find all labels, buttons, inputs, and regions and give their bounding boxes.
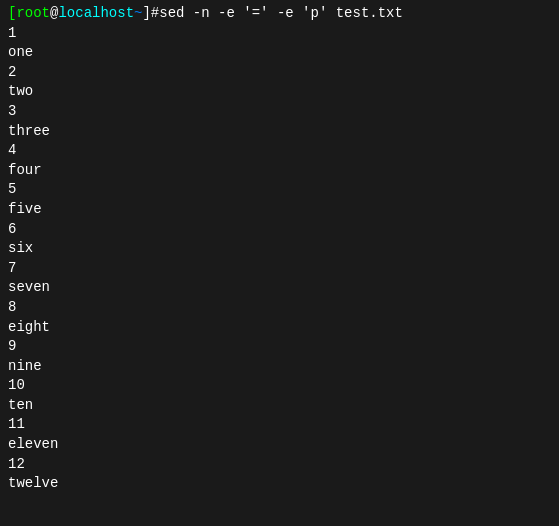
output-line: twelve [8,474,551,494]
output-line: ten [8,396,551,416]
prompt-user: [root [8,4,50,24]
prompt-at: @ [50,4,58,24]
output-line: one [8,43,551,63]
output-line: 11 [8,415,551,435]
command-prompt: [root@localhost ~]# sed -n -e '=' -e 'p'… [8,4,551,24]
prompt-hash: ]# [142,4,159,24]
prompt-host: localhost [58,4,134,24]
terminal-output: 1one2two3three4four5five6six7seven8eight… [8,24,551,494]
output-line: 3 [8,102,551,122]
output-line: 4 [8,141,551,161]
output-line: four [8,161,551,181]
output-line: 7 [8,259,551,279]
output-line: eight [8,318,551,338]
output-line: 2 [8,63,551,83]
output-line: seven [8,278,551,298]
terminal: [root@localhost ~]# sed -n -e '=' -e 'p'… [8,4,551,526]
output-line: 9 [8,337,551,357]
output-line: 6 [8,220,551,240]
prompt-path: ~ [134,4,142,24]
output-line: 12 [8,455,551,475]
output-line: 5 [8,180,551,200]
prompt-command: sed -n -e '=' -e 'p' test.txt [159,4,403,24]
output-line: 8 [8,298,551,318]
output-line: six [8,239,551,259]
output-line: 1 [8,24,551,44]
output-line: nine [8,357,551,377]
output-line: eleven [8,435,551,455]
output-line: 10 [8,376,551,396]
output-line: five [8,200,551,220]
output-line: three [8,122,551,142]
output-line: two [8,82,551,102]
